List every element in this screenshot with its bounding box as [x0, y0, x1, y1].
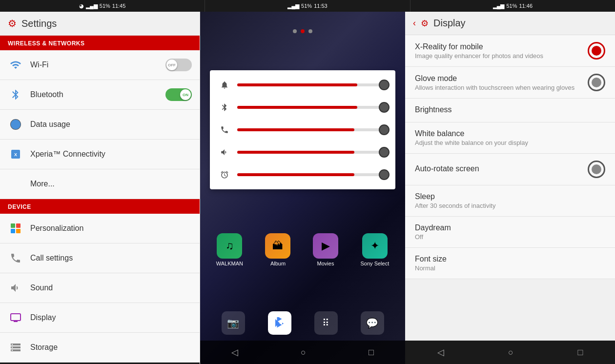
call-settings-icon	[8, 250, 23, 266]
home-button-mid[interactable]: ○	[291, 344, 316, 362]
display-item-glovemode[interactable]: Glove mode Allows interaction with touch…	[405, 67, 615, 99]
display-item-xreality[interactable]: X-Reality for mobile Image quality enhan…	[405, 35, 615, 67]
status-bar-middle: ▂▄▆ 51% 11:53	[205, 0, 410, 12]
display-header: ‹ ⚙ Display	[405, 12, 615, 35]
settings-item-datausage[interactable]: Data usage	[0, 110, 200, 140]
display-icon	[8, 310, 23, 325]
display-item-brightness[interactable]: Brightness	[405, 99, 615, 122]
app-movies[interactable]: ▶ Movies	[313, 233, 338, 266]
time-mid: 11:53	[314, 3, 328, 9]
dot-1	[293, 29, 297, 33]
dot-3	[308, 29, 312, 33]
settings-item-more[interactable]: More...	[0, 169, 200, 199]
svg-rect-3	[11, 223, 15, 228]
app-icons-row: ♫ WALKMAN 🏔 Album ▶ Movies ✦ Sony Select	[200, 233, 405, 266]
media-icon	[218, 145, 231, 159]
signal-icon-mid: ▂▄▆	[287, 3, 299, 9]
ringtone-track[interactable]	[237, 83, 388, 86]
settings-item-xperia[interactable]: X Xperia™ Connectivity	[0, 140, 200, 169]
time-left: 11:45	[112, 3, 126, 9]
recent-button-mid[interactable]: □	[359, 344, 384, 362]
settings-item-callsettings[interactable]: Call settings	[0, 243, 200, 273]
nav-bar-right: ◁ ○ □	[405, 341, 615, 364]
home-button-right[interactable]: ○	[498, 344, 523, 362]
status-bar-left: ◕ ▂▄▆ 51% 11:45	[0, 0, 205, 12]
back-button-right[interactable]: ◁	[428, 343, 454, 362]
playstore-dock-icon[interactable]	[268, 311, 291, 335]
bluetooth-slider-icon	[218, 101, 231, 114]
settings-item-display[interactable]: Display	[0, 303, 200, 333]
bluetooth-icon	[8, 87, 23, 102]
left-panel: ⚙ Settings WIRELESS & NETWORKS Wi-Fi OFF…	[0, 12, 200, 364]
whitebalance-title: White balance	[415, 129, 605, 138]
settings-icon: ⚙	[8, 18, 17, 29]
display-item-sleep[interactable]: Sleep After 30 seconds of inactivity	[405, 185, 615, 217]
app-sony-select[interactable]: ✦ Sony Select	[361, 233, 390, 266]
xperia-icon: X	[8, 146, 23, 162]
back-arrow-icon[interactable]: ‹	[413, 18, 416, 28]
call-slider-row	[218, 123, 388, 137]
select-icon: ✦	[362, 233, 388, 259]
sound-slider-overlay	[210, 70, 395, 189]
display-item-daydream[interactable]: Daydream Off	[405, 217, 615, 248]
svg-rect-6	[16, 229, 20, 233]
alarm-track[interactable]	[237, 173, 388, 176]
ringtone-slider-row	[218, 78, 388, 92]
xreality-title: X-Reality for mobile	[415, 42, 588, 51]
svg-rect-4	[16, 223, 20, 228]
display-item-fontsize[interactable]: Font size Normal	[405, 248, 615, 279]
chat-dock-icon[interactable]: 💬	[361, 311, 384, 335]
notification-track[interactable]	[237, 106, 388, 109]
brightness-title: Brightness	[415, 105, 605, 114]
bluetooth-icon-status: ◕	[79, 3, 84, 9]
notification-slider-row	[218, 101, 388, 114]
page-title: Settings	[21, 18, 57, 29]
glovemode-title: Glove mode	[415, 74, 588, 83]
recent-button-right[interactable]: □	[568, 344, 593, 362]
page-indicator	[293, 29, 312, 33]
display-item-whitebalance[interactable]: White balance Adjust the white balance o…	[405, 122, 615, 154]
wireless-label: WIRELESS & NETWORKS	[8, 40, 85, 47]
battery-mid: 51%	[301, 3, 312, 9]
display-title: Display	[433, 18, 466, 29]
camera-dock-icon[interactable]: 📷	[222, 311, 245, 335]
xreality-toggle[interactable]	[588, 42, 605, 60]
walkman-label: WALKMAN	[216, 261, 243, 266]
more-label: More...	[30, 180, 55, 188]
settings-item-bluetooth[interactable]: Bluetooth ON	[0, 80, 200, 110]
call-icon	[218, 123, 231, 137]
app-walkman[interactable]: ♫ WALKMAN	[216, 233, 243, 266]
back-button-mid[interactable]: ◁	[222, 343, 248, 362]
time-right: 11:46	[519, 3, 533, 9]
ringtone-icon	[218, 78, 231, 92]
daydream-subtitle: Off	[415, 233, 605, 241]
svg-rect-5	[11, 229, 15, 233]
media-track[interactable]	[237, 151, 388, 154]
xperia-label: Xperia™ Connectivity	[30, 150, 105, 159]
phone-dock: 📷 ⠿ 💬	[200, 311, 405, 335]
apps-dock-icon[interactable]: ⠿	[314, 311, 338, 335]
wifi-toggle[interactable]: OFF	[165, 59, 192, 71]
call-settings-label: Call settings	[30, 254, 73, 263]
display-settings-icon: ⚙	[421, 18, 429, 29]
glovemode-toggle[interactable]	[588, 74, 605, 91]
media-slider-row	[218, 145, 388, 159]
settings-item-sound[interactable]: Sound	[0, 273, 200, 303]
alarm-icon	[218, 168, 231, 182]
wifi-icon	[8, 57, 23, 73]
app-album[interactable]: 🏔 Album	[265, 233, 290, 266]
middle-panel: ♫ WALKMAN 🏔 Album ▶ Movies ✦ Sony Select…	[200, 12, 405, 364]
settings-item-storage[interactable]: Storage	[0, 333, 200, 363]
sleep-title: Sleep	[415, 192, 605, 201]
settings-item-wifi[interactable]: Wi-Fi OFF	[0, 50, 200, 80]
bluetooth-toggle[interactable]: ON	[165, 88, 192, 101]
daydream-title: Daydream	[415, 223, 605, 232]
autorotate-toggle[interactable]	[588, 161, 605, 178]
settings-item-personalization[interactable]: Personalization	[0, 214, 200, 243]
personalization-label: Personalization	[30, 224, 83, 233]
alarm-slider-row	[218, 168, 388, 182]
display-item-autorotate[interactable]: Auto-rotate screen	[405, 154, 615, 185]
call-track[interactable]	[237, 128, 388, 131]
glovemode-subtitle: Allows interaction with touchscreen when…	[415, 84, 588, 91]
dot-2	[301, 29, 305, 33]
